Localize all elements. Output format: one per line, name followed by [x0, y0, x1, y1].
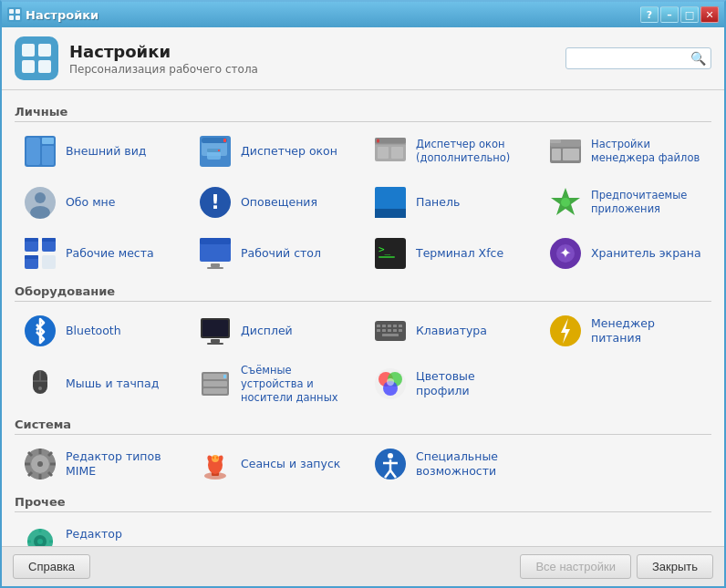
item-notifications[interactable]: ! Оповещения: [190, 179, 361, 226]
window-manager-extra-label: Диспетчер окон (дополнительно): [416, 138, 529, 165]
svg-point-38: [561, 198, 570, 207]
app-header: Настройки Персонализация рабочего стола …: [2, 27, 724, 90]
svg-rect-1: [16, 9, 20, 14]
mime-editor-icon: [22, 446, 58, 482]
hardware-grid: Bluetooth Дисплей: [15, 307, 711, 410]
item-power-manager[interactable]: Менеджер питания: [540, 307, 711, 355]
settings-content: Личные Внешний вид: [2, 90, 724, 546]
svg-rect-64: [388, 325, 391, 327]
svg-rect-58: [202, 320, 228, 336]
item-window-manager[interactable]: Диспетчер окон: [190, 128, 361, 175]
item-mime-editor[interactable]: Редактор типов MIME: [15, 440, 186, 488]
window-manager-icon: [197, 133, 233, 170]
item-panel[interactable]: Панель: [365, 179, 536, 226]
screensaver-label: Хранитель экрана: [591, 246, 701, 261]
svg-point-90: [37, 461, 43, 467]
footer-left: Справка: [13, 554, 90, 579]
svg-rect-68: [382, 329, 386, 332]
svg-rect-59: [211, 339, 220, 343]
svg-rect-36: [375, 209, 406, 218]
svg-rect-27: [550, 139, 561, 143]
svg-rect-40: [25, 238, 38, 242]
svg-rect-18: [218, 150, 220, 151]
settings-editor-icon: [22, 523, 58, 546]
footer: Справка Все настройки Закрыть: [2, 546, 724, 586]
screensaver-icon: ✦: [547, 235, 584, 272]
about-me-icon: [22, 184, 58, 221]
section-hardware-title: Оборудование: [15, 284, 711, 302]
item-mouse-touchpad[interactable]: Мышь и тачпад: [15, 358, 186, 410]
system-grid: Редактор типов MIME Сеансы и запу: [15, 440, 711, 488]
help-button[interactable]: Справка: [13, 554, 90, 579]
app-icon: [15, 36, 58, 80]
minimize-button[interactable]: –: [660, 6, 679, 23]
item-display[interactable]: Дисплей: [190, 307, 361, 355]
bluetooth-icon: [22, 313, 58, 349]
item-bluetooth[interactable]: Bluetooth: [15, 307, 186, 355]
keyboard-icon: [372, 313, 409, 349]
item-keyboard[interactable]: Клавиатура: [365, 307, 536, 355]
item-terminal[interactable]: >_ Терминал Xfce: [365, 230, 536, 277]
header-left: Настройки Персонализация рабочего стола: [15, 36, 258, 80]
item-about-me[interactable]: Обо мне: [15, 179, 186, 226]
file-manager-settings-label: Настройки менеджера файлов: [591, 138, 704, 165]
svg-rect-47: [200, 238, 231, 244]
desktop-icon: [197, 235, 233, 272]
item-appearance[interactable]: Внешний вид: [15, 128, 186, 175]
svg-text:>_: >_: [379, 243, 391, 255]
session-label: Сеансы и запуск: [241, 457, 340, 471]
svg-text:!: !: [211, 191, 220, 213]
item-file-manager-settings[interactable]: Настройки менеджера файлов: [540, 128, 711, 175]
preferred-apps-icon: [547, 184, 584, 221]
power-manager-label: Менеджер питания: [591, 316, 704, 346]
svg-rect-21: [377, 139, 379, 143]
titlebar-buttons: ? – □ ✕: [640, 6, 719, 23]
notifications-icon: !: [197, 184, 233, 221]
svg-rect-24: [391, 147, 403, 159]
color-profiles-label: Цветовые профили: [416, 369, 529, 399]
removable-drives-label: Съёмные устройства и носители данных: [241, 364, 354, 405]
item-screensaver[interactable]: ✦ Хранитель экрана: [540, 230, 711, 277]
accessibility-label: Специальные возможности: [416, 449, 529, 480]
close-button[interactable]: ✕: [700, 6, 719, 23]
help-button[interactable]: ?: [640, 6, 659, 23]
item-preferred-apps[interactable]: Предпочитаемые приложения: [540, 179, 711, 226]
item-session[interactable]: Сеансы и запуск: [190, 440, 361, 488]
item-removable-drives[interactable]: Съёмные устройства и носители данных: [190, 358, 361, 410]
svg-rect-28: [552, 149, 561, 160]
svg-point-115: [37, 539, 43, 544]
svg-rect-4: [22, 44, 35, 57]
item-settings-editor[interactable]: Редактор настроек: [15, 518, 186, 546]
maximize-button[interactable]: □: [680, 6, 699, 23]
workspaces-icon: [22, 235, 58, 272]
svg-rect-49: [207, 267, 223, 269]
item-window-manager-extra[interactable]: Диспетчер окон (дополнительно): [365, 128, 536, 175]
svg-rect-45: [42, 255, 56, 269]
item-color-profiles[interactable]: Цветовые профили: [365, 358, 536, 410]
all-settings-button[interactable]: Все настройки: [520, 554, 631, 579]
item-desktop[interactable]: Рабочий стол: [190, 230, 361, 277]
close-window-button[interactable]: Закрыть: [637, 554, 713, 579]
search-box[interactable]: 🔍: [565, 47, 711, 69]
svg-rect-80: [203, 381, 227, 387]
search-input[interactable]: [572, 52, 690, 66]
session-icon: [197, 446, 233, 482]
app-subtitle: Персонализация рабочего стола: [69, 63, 258, 76]
svg-rect-81: [203, 388, 227, 394]
svg-rect-52: [379, 256, 395, 258]
personal-grid: Внешний вид Диспетчер окон: [15, 128, 711, 277]
svg-rect-5: [38, 44, 51, 57]
color-profiles-icon: [372, 366, 409, 402]
mouse-touchpad-label: Мышь и тачпад: [66, 377, 159, 391]
panel-icon: [372, 184, 409, 221]
panel-label: Панель: [416, 195, 460, 210]
mime-editor-label: Редактор типов MIME: [66, 449, 179, 480]
header-text: Настройки Персонализация рабочего стола: [69, 42, 258, 76]
svg-rect-11: [42, 146, 54, 165]
preferred-apps-label: Предпочитаемые приложения: [591, 189, 704, 216]
item-workspaces[interactable]: Рабочие места: [15, 230, 186, 277]
item-accessibility[interactable]: Специальные возможности: [365, 440, 536, 488]
svg-point-87: [387, 378, 394, 386]
svg-rect-42: [42, 238, 56, 242]
svg-rect-69: [388, 329, 391, 332]
